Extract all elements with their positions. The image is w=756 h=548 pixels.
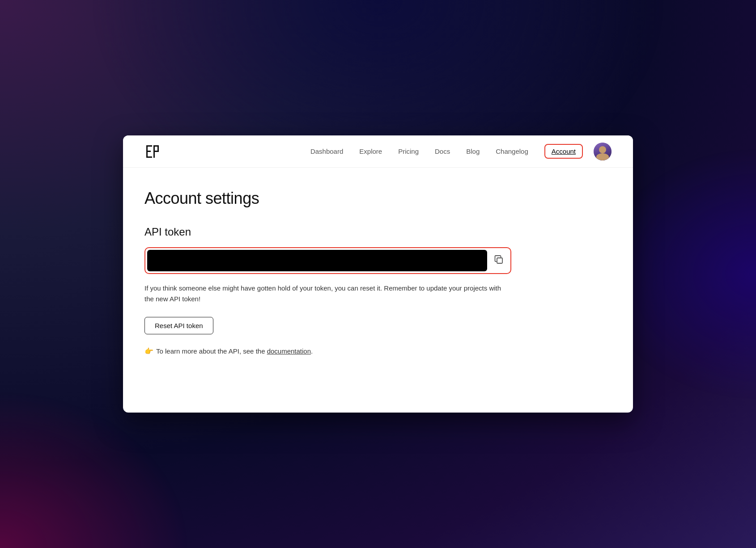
copy-icon xyxy=(494,255,504,267)
doc-link-text: To learn more about the API, see the doc… xyxy=(156,347,313,355)
svg-rect-6 xyxy=(157,145,159,151)
main-content: Account settings API token If you think … xyxy=(123,168,633,382)
avatar-image xyxy=(594,143,612,160)
documentation-link[interactable]: documentation xyxy=(267,347,311,355)
nav-link-dashboard[interactable]: Dashboard xyxy=(310,148,343,155)
svg-rect-3 xyxy=(146,156,152,158)
token-help-text: If you think someone else might have got… xyxy=(144,283,511,304)
page-title: Account settings xyxy=(144,189,612,208)
nav-link-account[interactable]: Account xyxy=(544,144,583,159)
nav-link-blog[interactable]: Blog xyxy=(466,148,480,155)
logo[interactable] xyxy=(144,143,161,160)
api-token-section-title: API token xyxy=(144,226,612,238)
svg-rect-7 xyxy=(153,151,159,152)
copy-token-button[interactable] xyxy=(489,251,509,270)
app-window: Dashboard Explore Pricing Docs Blog Chan… xyxy=(123,135,633,413)
navbar: Dashboard Explore Pricing Docs Blog Chan… xyxy=(123,135,633,168)
api-token-field-wrapper xyxy=(144,247,511,274)
avatar[interactable] xyxy=(594,143,612,160)
reset-api-token-button[interactable]: Reset API token xyxy=(144,317,213,334)
nav-link-explore[interactable]: Explore xyxy=(359,148,382,155)
nav-link-pricing[interactable]: Pricing xyxy=(398,148,419,155)
svg-rect-2 xyxy=(146,151,151,152)
nav-links: Dashboard Explore Pricing Docs Blog Chan… xyxy=(310,148,583,156)
pointing-emoji: 👉 xyxy=(144,347,153,355)
api-token-input[interactable] xyxy=(147,250,487,271)
nav-link-docs[interactable]: Docs xyxy=(435,148,450,155)
svg-rect-8 xyxy=(497,258,502,263)
doc-link-row: 👉 To learn more about the API, see the d… xyxy=(144,347,612,355)
nav-link-changelog[interactable]: Changelog xyxy=(496,148,528,155)
